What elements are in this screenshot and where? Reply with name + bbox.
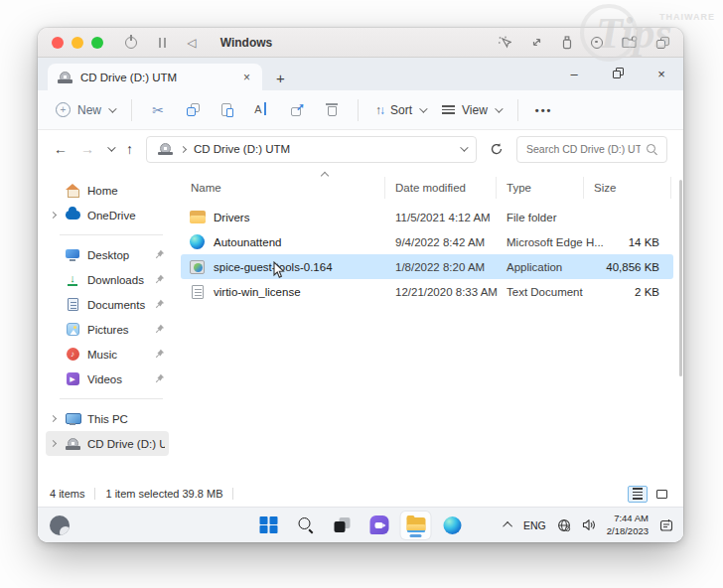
taskbar-search-button[interactable]	[291, 512, 321, 539]
sidebar-item-label: CD Drive (D:) UTM	[87, 438, 165, 450]
search-input[interactable]	[526, 143, 641, 155]
sidebar-item-label: Downloads	[87, 274, 148, 286]
back-icon[interactable]: ←	[54, 141, 68, 157]
expand-chevron-icon[interactable]	[48, 213, 58, 218]
file-area: NameDate modifiedTypeSize Drivers11/5/20…	[175, 168, 683, 481]
pin-icon	[155, 324, 165, 336]
sidebar-separator	[60, 234, 163, 235]
language-indicator[interactable]: ENG	[523, 519, 546, 531]
file-explorer-button[interactable]	[401, 512, 431, 539]
chat-button[interactable]	[364, 512, 394, 539]
column-header-date-modified[interactable]: Date modified	[385, 177, 497, 199]
network-globe-icon[interactable]	[557, 518, 571, 532]
tab-close-icon[interactable]: ×	[240, 71, 253, 84]
usb-icon[interactable]	[562, 36, 572, 50]
minimize-button[interactable]: –	[552, 67, 596, 81]
copy-button[interactable]	[184, 101, 202, 119]
paste-button[interactable]	[218, 101, 236, 119]
column-header-type[interactable]: Type	[497, 177, 584, 199]
task-view-button[interactable]	[328, 512, 358, 539]
type-cell: Text Document	[497, 286, 584, 298]
explorer-tab[interactable]: CD Drive (D:) UTM ×	[48, 64, 262, 90]
pin-icon	[155, 373, 165, 385]
rename-button[interactable]: A	[253, 101, 271, 119]
sort-button[interactable]: ↑↓ Sort	[375, 103, 425, 117]
recent-locations-icon[interactable]	[107, 143, 115, 151]
new-tab-button[interactable]: +	[276, 70, 285, 90]
search-box[interactable]	[516, 136, 667, 163]
breadcrumb[interactable]: CD Drive (D:) UTM	[146, 136, 477, 163]
taskbar-clock[interactable]: 7:44 AM 2/18/2023	[607, 513, 649, 537]
sidebar-item-downloads[interactable]: ↓Downloads	[46, 267, 169, 292]
column-header-name[interactable]: Name	[181, 177, 385, 199]
cddrive-icon	[65, 438, 80, 450]
sidebar-item-label: Music	[87, 349, 148, 361]
see-more-button[interactable]: •••	[535, 104, 553, 116]
notification-center-icon[interactable]	[659, 518, 673, 532]
system-tray: ENG 7:44 AM 2/18/2023	[506, 513, 673, 537]
size-cell: 2 KB	[584, 286, 671, 298]
volume-icon[interactable]	[582, 518, 596, 531]
sidebar-item-cddrive[interactable]: CD Drive (D:) UTM	[46, 431, 169, 456]
close-button[interactable]: ×	[640, 67, 683, 81]
sidebar-item-music[interactable]: ♪Music	[46, 342, 169, 367]
command-toolbar: + New ✂ A ➚ ↑↓ Sort Vi	[38, 90, 683, 130]
refresh-icon[interactable]	[490, 142, 504, 156]
table-row[interactable]: virtio-win_license12/21/2020 8:33 AMText…	[181, 279, 673, 304]
windows-copy-icon[interactable]	[656, 37, 669, 49]
pin-icon	[155, 249, 165, 261]
address-dropdown-icon[interactable]	[460, 143, 468, 151]
downloads-icon: ↓	[65, 273, 80, 286]
restore-button[interactable]	[596, 67, 640, 81]
page: ◁ Windows	[0, 0, 723, 588]
new-button[interactable]: + New	[56, 102, 114, 117]
sidebar-item-home[interactable]: Home	[46, 178, 169, 203]
vm-pause-icon[interactable]	[159, 38, 166, 48]
sidebar-item-desktop[interactable]: Desktop	[46, 242, 169, 267]
widgets-icon[interactable]	[50, 515, 70, 535]
icons-view-toggle[interactable]	[651, 486, 671, 503]
forward-icon[interactable]: →	[80, 141, 94, 157]
sidebar-item-documents[interactable]: Documents	[46, 292, 169, 317]
mac-minimize-button[interactable]	[72, 37, 83, 49]
desktop-icon	[65, 249, 80, 261]
sidebar-item-thispc[interactable]: This PC	[46, 406, 169, 431]
sidebar-item-label: Documents	[87, 299, 148, 311]
vm-power-icon[interactable]	[125, 37, 137, 49]
mac-zoom-button[interactable]	[91, 37, 103, 49]
share-button[interactable]: ➚	[288, 101, 306, 119]
view-lines-icon	[442, 105, 455, 114]
table-row[interactable]: Autounattend9/4/2022 8:42 AMMicrosoft Ed…	[181, 229, 673, 254]
expand-chevron-icon[interactable]	[48, 441, 58, 446]
vm-back-triangle-icon[interactable]: ◁	[188, 37, 197, 49]
cd-drive-icon[interactable]	[591, 37, 603, 49]
start-button[interactable]	[254, 512, 284, 539]
file-name-cell: Drivers	[181, 211, 385, 223]
table-row[interactable]: spice-guest-tools-0.1641/8/2022 8:20 AMA…	[181, 254, 673, 279]
view-button[interactable]: View	[442, 103, 501, 117]
edge-button[interactable]	[438, 512, 468, 539]
shared-folder-icon[interactable]	[622, 36, 638, 49]
type-cell: Application	[497, 261, 584, 273]
delete-button[interactable]	[323, 101, 341, 119]
type-cell: Microsoft Edge H...	[497, 236, 584, 248]
sidebar-item-videos[interactable]: ▶Videos	[46, 367, 169, 391]
sidebar-item-pictures[interactable]: Pictures	[46, 317, 169, 342]
videos-icon: ▶	[65, 372, 80, 385]
search-icon	[647, 144, 657, 155]
expand-chevron-icon[interactable]	[48, 416, 58, 421]
file-name-cell: virtio-win_license	[181, 285, 385, 299]
hidden-icons-chevron[interactable]	[503, 521, 512, 531]
sidebar-item-label: OneDrive	[87, 210, 165, 221]
date-modified-cell: 9/4/2022 8:42 AM	[385, 236, 497, 248]
breadcrumb-path[interactable]: CD Drive (D:) UTM	[194, 143, 290, 155]
resize-display-icon[interactable]	[530, 36, 543, 49]
mac-close-button[interactable]	[52, 37, 64, 49]
column-header-size[interactable]: Size	[584, 177, 671, 199]
cut-button[interactable]: ✂	[149, 101, 167, 119]
table-row[interactable]: Drivers11/5/2021 4:12 AMFile folder	[181, 205, 673, 229]
up-icon[interactable]: ↑	[126, 141, 133, 157]
sidebar-item-onedrive[interactable]: OneDrive	[46, 203, 169, 227]
details-view-toggle[interactable]	[628, 486, 648, 503]
capture-cursor-icon[interactable]	[498, 36, 511, 50]
